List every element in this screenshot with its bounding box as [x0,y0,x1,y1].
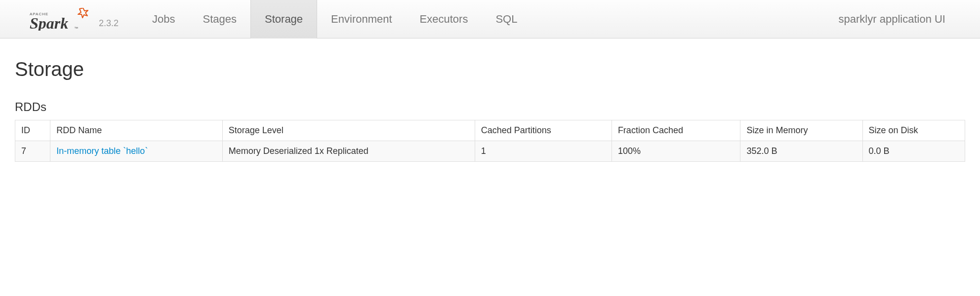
nav-tab-jobs[interactable]: Jobs [138,0,189,38]
cell-size-on-disk: 0.0 B [862,141,965,162]
col-size-in-memory[interactable]: Size in Memory [740,120,862,141]
cell-storage-level: Memory Deserialized 1x Replicated [222,141,475,162]
app-title: sparklyr application UI [839,13,950,26]
table-row: 7 In-memory table `hello` Memory Deseria… [15,141,965,162]
nav-tab-storage[interactable]: Storage [250,0,317,38]
brand-version: 2.3.2 [99,18,119,29]
col-fraction-cached[interactable]: Fraction Cached [612,120,740,141]
cell-rdd-name: In-memory table `hello` [50,141,222,162]
col-rdd-name[interactable]: RDD Name [50,120,222,141]
navbar: APACHE Spark ™ 2.3.2 Jobs Stages Storage… [0,0,980,38]
cell-fraction-cached: 100% [612,141,740,162]
nav-tab-environment[interactable]: Environment [317,0,406,38]
cell-size-in-memory: 352.0 B [740,141,862,162]
nav-tab-stages[interactable]: Stages [189,0,251,38]
page-title: Storage [15,58,965,80]
cell-id: 7 [15,141,50,162]
svg-text:™: ™ [74,26,78,31]
rdds-table: ID RDD Name Storage Level Cached Partiti… [15,120,965,162]
nav-tabs: Jobs Stages Storage Environment Executor… [138,0,839,38]
col-storage-level[interactable]: Storage Level [222,120,475,141]
svg-text:Spark: Spark [30,14,68,31]
nav-tab-sql[interactable]: SQL [482,0,531,38]
brand[interactable]: APACHE Spark ™ 2.3.2 [30,8,119,31]
col-cached-partitions[interactable]: Cached Partitions [475,120,612,141]
col-size-on-disk[interactable]: Size on Disk [862,120,965,141]
cell-cached-partitions: 1 [475,141,612,162]
page-container: Storage RDDs ID RDD Name Storage Level C… [0,38,980,182]
table-header-row: ID RDD Name Storage Level Cached Partiti… [15,120,965,141]
nav-tab-executors[interactable]: Executors [406,0,482,38]
rdd-name-link[interactable]: In-memory table `hello` [56,146,148,156]
spark-logo-icon: APACHE Spark ™ [30,8,94,31]
col-id[interactable]: ID [15,120,50,141]
section-title-rdds: RDDs [15,100,965,114]
